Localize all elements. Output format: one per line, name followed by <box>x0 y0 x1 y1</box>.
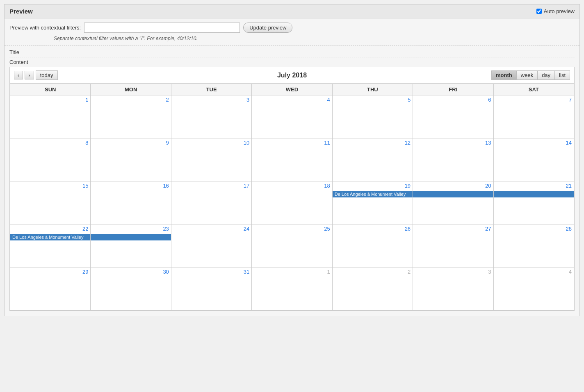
day-cell[interactable]: 2 <box>91 95 171 138</box>
day-cell[interactable]: 6 <box>413 95 493 138</box>
day-cell[interactable]: 3 <box>171 95 251 138</box>
day-cell[interactable]: 28 <box>493 224 574 267</box>
day-cell[interactable]: 4 <box>252 95 332 138</box>
day-cell[interactable]: 20 <box>413 181 493 224</box>
title-section-label: Title <box>5 45 579 57</box>
week-view-button[interactable]: week <box>517 71 538 79</box>
day-cell[interactable]: 16 <box>91 181 171 224</box>
day-cell[interactable]: 13 <box>413 138 493 181</box>
col-thu: THU <box>332 84 413 95</box>
calendar-nav: ‹ › today July 2018 month week day list <box>10 67 574 84</box>
day-cell[interactable]: 12 <box>332 138 413 181</box>
auto-preview-checkbox[interactable] <box>536 9 542 14</box>
day-cell faded[interactable]: 1 <box>252 267 332 310</box>
day-cell[interactable]: 18 <box>252 181 332 224</box>
calendar-event-continue[interactable] <box>91 234 171 240</box>
calendar-table: SUN MON TUE WED THU FRI SAT 1 2 3 4 5 6 <box>10 84 574 310</box>
day-cell[interactable]: 17 <box>171 181 251 224</box>
month-view-button[interactable]: month <box>492 71 517 79</box>
view-buttons: month week day list <box>491 70 570 80</box>
day-cell[interactable]: 22 De Los Angeles à Monument Valley <box>10 224 91 267</box>
day-cell[interactable]: 30 <box>91 267 171 310</box>
preview-filters-row: Preview with contextual filters: Update … <box>5 18 579 35</box>
nav-left: ‹ › today <box>14 70 58 80</box>
day-cell faded[interactable]: 4 <box>493 267 574 310</box>
calendar-wrapper: ‹ › today July 2018 month week day list … <box>9 67 575 311</box>
day-cell[interactable]: 5 <box>332 95 413 138</box>
day-cell[interactable]: 11 <box>252 138 332 181</box>
day-cell[interactable]: 23 <box>91 224 171 267</box>
calendar-week-2: 8 9 10 11 12 13 14 <box>10 138 574 181</box>
update-preview-button[interactable]: Update preview <box>243 23 292 33</box>
calendar-month-title: July 2018 <box>277 72 307 79</box>
day-cell[interactable]: 29 <box>10 267 91 310</box>
contextual-filter-input[interactable] <box>84 23 240 33</box>
day-cell[interactable]: 31 <box>171 267 251 310</box>
prev-month-button[interactable]: ‹ <box>14 71 23 79</box>
day-cell[interactable]: 8 <box>10 138 91 181</box>
calendar-event-continue[interactable] <box>413 191 493 197</box>
auto-preview-label: Auto preview <box>544 8 575 14</box>
calendar-event[interactable]: De Los Angeles à Monument Valley <box>333 191 413 197</box>
calendar-week-4: 22 De Los Angeles à Monument Valley 23 2… <box>10 224 574 267</box>
col-tue: TUE <box>171 84 251 95</box>
day-cell[interactable]: 1 <box>10 95 91 138</box>
day-cell[interactable]: 15 <box>10 181 91 224</box>
preview-title: Preview <box>9 8 33 15</box>
calendar-week-5: 29 30 31 1 2 3 4 <box>10 267 574 310</box>
day-cell[interactable]: 27 <box>413 224 493 267</box>
day-cell[interactable]: 7 <box>493 95 574 138</box>
auto-preview-section: Auto preview <box>536 8 575 14</box>
day-view-button[interactable]: day <box>538 71 555 79</box>
list-view-button[interactable]: list <box>555 71 570 79</box>
day-cell[interactable]: 10 <box>171 138 251 181</box>
today-button[interactable]: today <box>36 70 58 80</box>
calendar-header-row: SUN MON TUE WED THU FRI SAT <box>10 84 574 95</box>
next-month-button[interactable]: › <box>25 71 34 79</box>
filter-label: Preview with contextual filters: <box>9 25 81 31</box>
day-cell[interactable]: 25 <box>252 224 332 267</box>
content-section-label: Content <box>5 57 579 67</box>
day-cell[interactable]: 21 <box>493 181 574 224</box>
calendar-week-3: 15 16 17 18 19 De Los Angeles à Monument… <box>10 181 574 224</box>
day-cell[interactable]: 24 <box>171 224 251 267</box>
day-cell[interactable]: 26 <box>332 224 413 267</box>
preview-container: Preview Auto preview Preview with contex… <box>4 4 580 316</box>
col-fri: FRI <box>413 84 493 95</box>
day-cell[interactable]: 9 <box>91 138 171 181</box>
day-cell faded[interactable]: 2 <box>332 267 413 310</box>
calendar-event-continue[interactable] <box>494 191 574 197</box>
day-cell[interactable]: 14 <box>493 138 574 181</box>
col-mon: MON <box>91 84 171 95</box>
filter-hint: Separate contextual filter values with a… <box>5 35 579 45</box>
col-sat: SAT <box>493 84 574 95</box>
calendar-week-1: 1 2 3 4 5 6 7 <box>10 95 574 138</box>
day-cell[interactable]: 19 De Los Angeles à Monument Valley <box>332 181 413 224</box>
preview-header: Preview Auto preview <box>5 5 579 18</box>
col-sun: SUN <box>10 84 91 95</box>
col-wed: WED <box>252 84 332 95</box>
calendar-event[interactable]: De Los Angeles à Monument Valley <box>10 234 90 240</box>
day-cell faded[interactable]: 3 <box>413 267 493 310</box>
